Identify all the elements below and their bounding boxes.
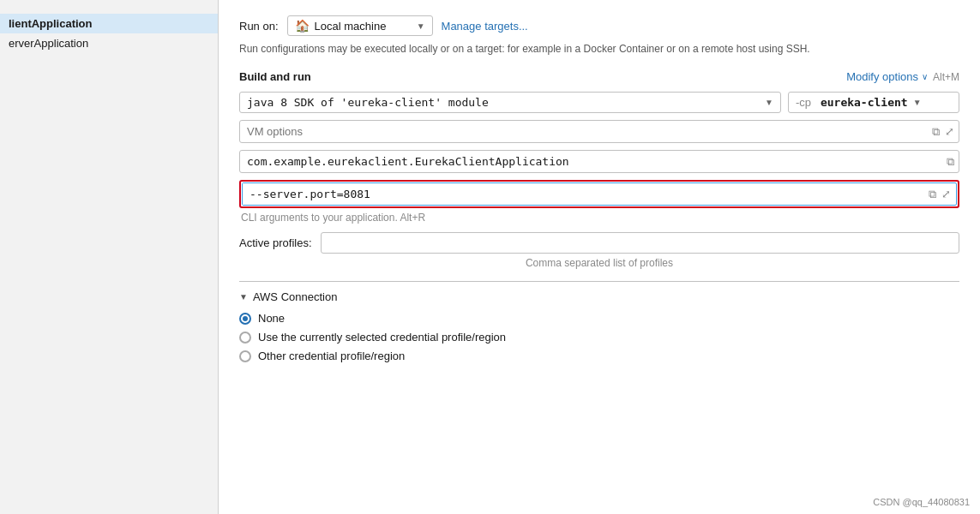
cli-args-row: ⧉ ⤢ — [239, 180, 959, 208]
aws-section: ▼ AWS Connection None Use the currently … — [239, 281, 959, 362]
main-class-copy-icon[interactable]: ⧉ — [945, 153, 956, 170]
house-icon: 🏠 — [295, 19, 310, 33]
main-class-icons: ⧉ — [945, 153, 956, 170]
sidebar-item-server-app[interactable]: erverApplication — [0, 33, 218, 53]
vm-options-copy-icon[interactable]: ⧉ — [930, 123, 941, 140]
watermark-text: CSDN @qq_44080831 — [873, 497, 970, 507]
chevron-down-icon: ▼ — [417, 21, 425, 31]
vm-options-expand-icon[interactable]: ⤢ — [943, 123, 956, 140]
aws-option-none[interactable]: None — [239, 312, 959, 325]
sidebar-server-app-label: erverApplication — [9, 37, 88, 50]
aws-title: AWS Connection — [253, 290, 338, 303]
run-on-dropdown-label: Local machine — [315, 20, 412, 33]
aws-option-current-credential-label: Use the currently selected credential pr… — [258, 331, 506, 344]
build-and-run-title: Build and run — [239, 70, 311, 83]
run-on-hint: Run configurations may be executed local… — [239, 41, 959, 57]
sdk-select-text: java 8 SDK of 'eureka-client' module — [247, 96, 489, 109]
cli-hint: CLI arguments to your application. Alt+R — [239, 212, 959, 224]
sdk-arrow-icon: ▼ — [765, 98, 773, 107]
modify-shortcut: Alt+M — [933, 71, 959, 83]
cli-args-expand-icon[interactable]: ⤢ — [940, 186, 953, 203]
modify-options-label: Modify options — [846, 70, 918, 83]
sidebar-item-client-app[interactable]: lientApplication — [0, 14, 218, 33]
cli-args-input[interactable] — [243, 183, 927, 205]
main-class-input[interactable] — [239, 150, 959, 173]
sidebar-header — [0, 7, 218, 14]
cli-args-icons: ⧉ ⤢ — [927, 186, 956, 203]
aws-radio-current-credential[interactable] — [239, 332, 251, 344]
cp-arrow-icon: ▼ — [913, 98, 922, 107]
cli-args-container: ⧉ ⤢ — [239, 180, 959, 208]
modify-options-button[interactable]: Modify options ∨ — [846, 70, 928, 83]
section-header-row: Build and run Modify options ∨ Alt+M — [239, 70, 959, 83]
aws-option-current-credential[interactable]: Use the currently selected credential pr… — [239, 331, 959, 344]
sdk-select[interactable]: java 8 SDK of 'eureka-client' module ▼ — [239, 92, 781, 113]
cli-args-inner: ⧉ ⤢ — [242, 182, 957, 206]
profiles-label: Active profiles: — [239, 236, 312, 249]
aws-radio-none[interactable] — [239, 313, 251, 325]
sidebar-client-app-label: lientApplication — [9, 17, 93, 30]
profiles-hint: Comma separated list of profiles — [239, 257, 959, 269]
aws-header: ▼ AWS Connection — [239, 290, 959, 303]
chevron-right-icon: ∨ — [922, 72, 928, 81]
vm-options-row: ⧉ ⤢ — [239, 120, 959, 143]
sidebar: lientApplication erverApplication — [0, 0, 219, 514]
cli-args-copy-icon[interactable]: ⧉ — [927, 186, 938, 203]
run-on-dropdown[interactable]: 🏠 Local machine ▼ — [287, 15, 433, 36]
vm-options-icons: ⧉ ⤢ — [930, 123, 956, 140]
cp-text: -cp eureka-client — [796, 96, 908, 109]
aws-option-other-credential-label: Other credential profile/region — [258, 350, 405, 362]
vm-options-input[interactable] — [239, 120, 959, 143]
aws-option-none-label: None — [258, 312, 285, 325]
run-on-label: Run on: — [239, 20, 279, 33]
manage-targets-link[interactable]: Manage targets... — [442, 20, 528, 33]
cp-select[interactable]: -cp eureka-client ▼ — [788, 92, 959, 113]
aws-radio-other-credential[interactable] — [239, 350, 251, 362]
profiles-row: Active profiles: — [239, 232, 959, 254]
main-class-row: ⧉ — [239, 150, 959, 173]
aws-chevron-icon: ▼ — [239, 292, 248, 302]
aws-option-other-credential[interactable]: Other credential profile/region — [239, 350, 959, 362]
main-content: Run on: 🏠 Local machine ▼ Manage targets… — [219, 0, 980, 514]
run-on-row: Run on: 🏠 Local machine ▼ Manage targets… — [239, 15, 959, 36]
sdk-row: java 8 SDK of 'eureka-client' module ▼ -… — [239, 92, 959, 113]
profiles-input[interactable] — [321, 232, 959, 254]
watermark: CSDN @qq_44080831 — [873, 497, 970, 507]
